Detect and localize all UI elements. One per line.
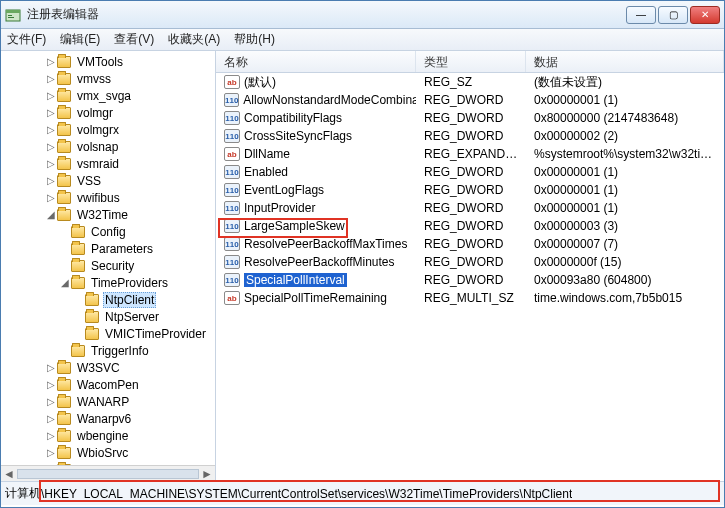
value-name: Enabled (244, 165, 288, 179)
menu-file[interactable]: 文件(F) (7, 31, 46, 48)
tree-item[interactable]: VMICTimeProvider (3, 325, 215, 342)
tree-item[interactable]: ◢W32Time (3, 206, 215, 223)
expand-icon[interactable]: ▷ (45, 175, 57, 186)
tree-label[interactable]: TimeProviders (89, 276, 170, 290)
expand-icon[interactable]: ▷ (45, 56, 57, 67)
tree-label[interactable]: vwifibus (75, 191, 122, 205)
tree-item[interactable]: ▷vsmraid (3, 155, 215, 172)
tree-item[interactable]: ▷WANARP (3, 393, 215, 410)
value-name: ResolvePeerBackoffMinutes (244, 255, 395, 269)
expand-icon[interactable]: ▷ (45, 90, 57, 101)
tree-item[interactable]: ▷VSS (3, 172, 215, 189)
tree-label[interactable]: VSS (75, 174, 103, 188)
tree-item[interactable]: ▷vwifibus (3, 189, 215, 206)
expand-icon[interactable]: ▷ (45, 379, 57, 390)
tree-label[interactable]: vmvss (75, 72, 113, 86)
tree-item[interactable]: ▷Wanarpv6 (3, 410, 215, 427)
value-row[interactable]: 110EnabledREG_DWORD0x00000001 (1) (216, 163, 724, 181)
tree-item[interactable]: ▷vmx_svga (3, 87, 215, 104)
col-type[interactable]: 类型 (416, 51, 526, 72)
value-row[interactable]: 110SpecialPollIntervalREG_DWORD0x00093a8… (216, 271, 724, 289)
tree-item[interactable]: NtpServer (3, 308, 215, 325)
tree-item[interactable]: Parameters (3, 240, 215, 257)
tree-item[interactable]: ▷vmvss (3, 70, 215, 87)
titlebar[interactable]: 注册表编辑器 — ▢ ✕ (1, 1, 724, 29)
expand-icon[interactable]: ▷ (45, 107, 57, 118)
scroll-thumb[interactable] (17, 469, 199, 479)
tree-label[interactable]: vmx_svga (75, 89, 133, 103)
tree-item[interactable]: ▷WbioSrvc (3, 444, 215, 461)
menu-edit[interactable]: 编辑(E) (60, 31, 100, 48)
tree-label[interactable]: WacomPen (75, 378, 141, 392)
expand-icon[interactable]: ▷ (45, 141, 57, 152)
tree-item[interactable]: NtpClient (3, 291, 215, 308)
folder-icon (57, 430, 71, 442)
tree-label[interactable]: Wanarpv6 (75, 412, 133, 426)
expand-icon[interactable]: ◢ (45, 209, 57, 220)
expand-icon[interactable]: ▷ (45, 430, 57, 441)
expand-icon[interactable]: ▷ (45, 396, 57, 407)
col-data[interactable]: 数据 (526, 51, 724, 72)
value-row[interactable]: 110InputProviderREG_DWORD0x00000001 (1) (216, 199, 724, 217)
expand-icon[interactable]: ▷ (45, 447, 57, 458)
tree-item[interactable]: Config (3, 223, 215, 240)
tree-label[interactable]: WANARP (75, 395, 131, 409)
tree-item[interactable]: ▷VMTools (3, 53, 215, 70)
value-type: REG_DWORD (416, 93, 526, 107)
value-row[interactable]: 110LargeSampleSkewREG_DWORD0x00000003 (3… (216, 217, 724, 235)
close-button[interactable]: ✕ (690, 6, 720, 24)
tree-label[interactable]: TriggerInfo (89, 344, 151, 358)
tree-item[interactable]: Security (3, 257, 215, 274)
tree-item[interactable]: ▷W3SVC (3, 359, 215, 376)
minimize-button[interactable]: — (626, 6, 656, 24)
tree-label[interactable]: Security (89, 259, 136, 273)
tree-label[interactable]: Config (89, 225, 128, 239)
value-row[interactable]: ab(默认)REG_SZ(数值未设置) (216, 73, 724, 91)
tree-label[interactable]: NtpClient (103, 292, 156, 308)
expand-icon[interactable]: ▷ (45, 73, 57, 84)
value-row[interactable]: 110EventLogFlagsREG_DWORD0x00000001 (1) (216, 181, 724, 199)
value-row[interactable]: 110CompatibilityFlagsREG_DWORD0x80000000… (216, 109, 724, 127)
tree-item[interactable]: ▷volsnap (3, 138, 215, 155)
value-row[interactable]: abSpecialPollTimeRemainingREG_MULTI_SZti… (216, 289, 724, 307)
tree-label[interactable]: vsmraid (75, 157, 121, 171)
tree-label[interactable]: NtpServer (103, 310, 161, 324)
values-pane[interactable]: 名称 类型 数据 ab(默认)REG_SZ(数值未设置)110AllowNons… (216, 51, 724, 481)
tree-pane[interactable]: ▷VMTools▷vmvss▷vmx_svga▷volmgr▷volmgrx▷v… (1, 51, 216, 481)
col-name[interactable]: 名称 (216, 51, 416, 72)
tree-label[interactable]: W3SVC (75, 361, 122, 375)
tree-item[interactable]: TriggerInfo (3, 342, 215, 359)
expand-icon[interactable]: ▷ (45, 362, 57, 373)
value-row[interactable]: 110ResolvePeerBackoffMinutesREG_DWORD0x0… (216, 253, 724, 271)
tree-label[interactable]: volmgrx (75, 123, 121, 137)
tree-label[interactable]: VMTools (75, 55, 125, 69)
tree-label[interactable]: volmgr (75, 106, 115, 120)
expand-icon[interactable]: ▷ (45, 158, 57, 169)
tree-label[interactable]: VMICTimeProvider (103, 327, 208, 341)
scroll-right-icon[interactable]: ► (201, 467, 213, 481)
tree-label[interactable]: volsnap (75, 140, 120, 154)
menu-help[interactable]: 帮助(H) (234, 31, 275, 48)
tree-label[interactable]: W32Time (75, 208, 130, 222)
maximize-button[interactable]: ▢ (658, 6, 688, 24)
tree-label[interactable]: Parameters (89, 242, 155, 256)
tree-item[interactable]: ▷volmgrx (3, 121, 215, 138)
tree-item[interactable]: ▷wbengine (3, 427, 215, 444)
value-row[interactable]: 110AllowNonstandardModeCombinati...REG_D… (216, 91, 724, 109)
menu-favorites[interactable]: 收藏夹(A) (168, 31, 220, 48)
tree-label[interactable]: wbengine (75, 429, 130, 443)
value-row[interactable]: 110ResolvePeerBackoffMaxTimesREG_DWORD0x… (216, 235, 724, 253)
tree-item[interactable]: ◢TimeProviders (3, 274, 215, 291)
value-row[interactable]: abDllNameREG_EXPAND_SZ%systemroot%\syste… (216, 145, 724, 163)
expand-icon[interactable]: ▷ (45, 192, 57, 203)
tree-item[interactable]: ▷WacomPen (3, 376, 215, 393)
value-row[interactable]: 110CrossSiteSyncFlagsREG_DWORD0x00000002… (216, 127, 724, 145)
expand-icon[interactable]: ▷ (45, 124, 57, 135)
tree-hscrollbar[interactable]: ◄ ► (1, 465, 215, 481)
expand-icon[interactable]: ◢ (59, 277, 71, 288)
scroll-left-icon[interactable]: ◄ (3, 467, 15, 481)
expand-icon[interactable]: ▷ (45, 413, 57, 424)
menu-view[interactable]: 查看(V) (114, 31, 154, 48)
tree-label[interactable]: WbioSrvc (75, 446, 130, 460)
tree-item[interactable]: ▷volmgr (3, 104, 215, 121)
